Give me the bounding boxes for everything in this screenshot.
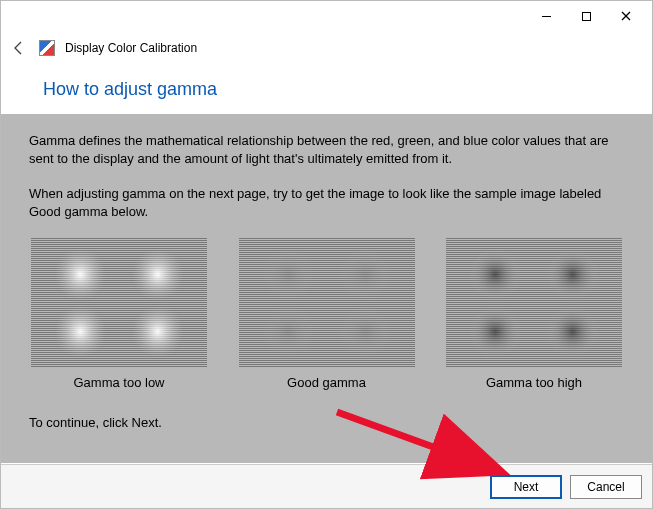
cancel-button[interactable]: Cancel: [570, 475, 642, 499]
sample-image-high: [446, 238, 622, 368]
app-title: Display Color Calibration: [65, 41, 197, 55]
sample-gamma-low: Gamma too low: [29, 238, 209, 392]
sample-label-low: Gamma too low: [29, 374, 209, 392]
sample-gamma-good: Good gamma: [237, 238, 417, 392]
header-row: Display Color Calibration: [1, 31, 652, 65]
sample-image-low: [31, 238, 207, 368]
gamma-samples-row: Gamma too low Good gamma Gamma too high: [29, 238, 624, 392]
window-titlebar: [1, 1, 652, 31]
sample-gamma-high: Gamma too high: [444, 238, 624, 392]
sample-label-high: Gamma too high: [444, 374, 624, 392]
continue-hint: To continue, click Next.: [29, 414, 624, 432]
maximize-button[interactable]: [566, 2, 606, 30]
intro-paragraph-2: When adjusting gamma on the next page, t…: [29, 185, 624, 220]
wizard-footer: Next Cancel: [1, 464, 652, 508]
next-button[interactable]: Next: [490, 475, 562, 499]
app-icon: [39, 40, 55, 56]
content-area: Gamma defines the mathematical relations…: [1, 114, 652, 463]
intro-paragraph-1: Gamma defines the mathematical relations…: [29, 132, 624, 167]
svg-rect-1: [582, 12, 590, 20]
close-button[interactable]: [606, 2, 646, 30]
page-headline: How to adjust gamma: [1, 65, 652, 114]
sample-image-good: [239, 238, 415, 368]
back-button[interactable]: [9, 38, 29, 58]
minimize-button[interactable]: [526, 2, 566, 30]
sample-label-good: Good gamma: [237, 374, 417, 392]
